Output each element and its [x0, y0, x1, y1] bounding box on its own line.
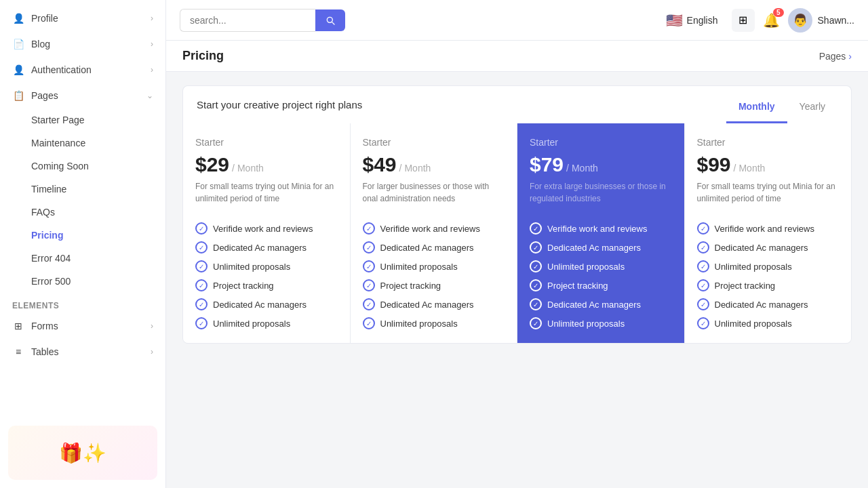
- check-icon: ✓: [195, 222, 208, 235]
- elements-header: Elements: [0, 293, 165, 313]
- price-amount: $49: [363, 153, 397, 176]
- check-icon: ✓: [697, 222, 709, 235]
- list-item: ✓ Dedicated Ac managers: [363, 298, 505, 310]
- lock-icon: 👤: [12, 64, 24, 76]
- topbar: 🇺🇸 English ⊞ 🔔 5 👨 Shawn...: [166, 0, 868, 41]
- search-button[interactable]: [315, 9, 345, 31]
- sidebar-item-authentication[interactable]: 👤 Authentication ›: [0, 57, 165, 83]
- list-item: ✓ Unlimited proposals: [195, 260, 338, 272]
- sidebar-subitem-coming-soon[interactable]: Coming Soon: [0, 155, 165, 178]
- list-item: ✓ Verifide work and reviews: [530, 222, 672, 235]
- card-price: $79 / Month: [530, 153, 672, 176]
- check-icon: ✓: [697, 260, 709, 272]
- avatar-wrapper[interactable]: 👨 Shawn...: [788, 8, 854, 33]
- list-item: ✓ Verifide work and reviews: [697, 222, 840, 235]
- sidebar-item-label: Profile: [31, 13, 58, 24]
- price-period: Month: [572, 163, 598, 174]
- language-selector[interactable]: 🇺🇸 English: [660, 9, 724, 31]
- list-item: ✓ Unlimited proposals: [530, 260, 672, 272]
- list-item: ✓ Unlimited proposals: [530, 317, 672, 329]
- breadcrumb-pages[interactable]: Pages ›: [819, 51, 852, 62]
- sidebar-item-blog[interactable]: 📄 Blog ›: [0, 31, 165, 57]
- list-item: ✓ Dedicated Ac managers: [195, 241, 338, 253]
- sidebar-bottom: 🎁✨: [0, 418, 165, 488]
- card-price: $49 / Month: [363, 153, 505, 176]
- check-icon: ✓: [363, 260, 375, 272]
- feature-list: ✓ Verifide work and reviews ✓ Dedicated …: [195, 222, 338, 329]
- list-item: ✓ Project tracking: [697, 279, 840, 291]
- search-input[interactable]: [180, 9, 315, 32]
- price-amount: $29: [195, 153, 229, 176]
- sidebar-subitem-pricing[interactable]: Pricing: [0, 224, 165, 247]
- chevron-icon: ›: [151, 347, 153, 357]
- list-item: ✓ Unlimited proposals: [363, 260, 505, 272]
- card-description: For small teams trying out Minia for an …: [195, 180, 338, 213]
- pricing-card-1: Starter $29 / Month For small teams tryi…: [183, 123, 351, 343]
- tab-yearly[interactable]: Yearly: [787, 96, 837, 123]
- user-name: Shawn...: [818, 15, 854, 26]
- feature-list: ✓ Verifide work and reviews ✓ Dedicated …: [530, 222, 672, 329]
- card-description: For extra large businesses or those in r…: [530, 180, 672, 213]
- list-item: ✓ Unlimited proposals: [697, 260, 840, 272]
- feature-list: ✓ Verifide work and reviews ✓ Dedicated …: [363, 222, 505, 329]
- list-item: ✓ Dedicated Ac managers: [697, 298, 840, 310]
- check-icon: ✓: [195, 298, 208, 310]
- chevron-icon: ›: [151, 321, 153, 331]
- sidebar-subitem-error404[interactable]: Error 404: [0, 247, 165, 270]
- list-item: ✓ Dedicated Ac managers: [530, 241, 672, 253]
- flag-icon: 🇺🇸: [666, 12, 683, 28]
- sidebar: 👤 Profile › 📄 Blog › 👤 Authentication › …: [0, 0, 166, 488]
- check-icon: ✓: [697, 279, 709, 291]
- sidebar-item-label: Authentication: [31, 64, 92, 75]
- list-item: ✓ Dedicated Ac managers: [530, 298, 672, 310]
- grid-icon[interactable]: ⊞: [732, 9, 755, 32]
- sidebar-subitem-timeline[interactable]: Timeline: [0, 178, 165, 201]
- chevron-icon: ›: [151, 65, 153, 75]
- check-icon: ✓: [195, 317, 208, 329]
- chevron-icon: ›: [151, 39, 153, 49]
- list-item: ✓ Project tracking: [363, 279, 505, 291]
- avatar: 👨: [788, 8, 812, 33]
- sidebar-item-forms[interactable]: ⊞ Forms ›: [0, 313, 165, 339]
- sidebar-item-tables[interactable]: ≡ Tables ›: [0, 339, 165, 365]
- card-description: For small teams trying out Minia for an …: [697, 180, 840, 213]
- price-amount: $99: [697, 153, 731, 176]
- search-icon: [325, 15, 336, 26]
- check-icon: ✓: [697, 241, 709, 253]
- main-area: 🇺🇸 English ⊞ 🔔 5 👨 Shawn... Pricing Page…: [166, 0, 868, 488]
- plans-description: Start your creative project right plans: [197, 99, 726, 120]
- list-item: ✓ Verifide work and reviews: [195, 222, 338, 235]
- breadcrumb-pages-label: Pages: [819, 51, 846, 62]
- pricing-cards: Starter $29 / Month For small teams tryi…: [182, 123, 852, 344]
- list-item: ✓ Dedicated Ac managers: [697, 241, 840, 253]
- chevron-icon: ›: [151, 14, 153, 23]
- check-icon: ✓: [363, 241, 375, 253]
- check-icon: ✓: [363, 222, 375, 235]
- content-area: Start your creative project right plans …: [166, 72, 868, 488]
- sidebar-item-pages[interactable]: 📋 Pages ⌄: [0, 83, 165, 108]
- language-label: English: [687, 15, 718, 26]
- check-icon: ✓: [530, 298, 542, 310]
- page-icon: 📋: [12, 89, 24, 102]
- sidebar-subitem-maintenance[interactable]: Maintenance: [0, 131, 165, 155]
- sidebar-subitem-error500[interactable]: Error 500: [0, 270, 165, 293]
- list-item: ✓ Unlimited proposals: [195, 317, 338, 329]
- card-plan-label: Starter: [530, 137, 672, 148]
- check-icon: ✓: [195, 279, 208, 291]
- check-icon: ✓: [530, 279, 542, 291]
- price-period: Month: [237, 163, 264, 174]
- card-description: For larger businesses or those with onal…: [363, 180, 505, 213]
- tab-monthly[interactable]: Monthly: [726, 96, 787, 123]
- sidebar-item-label: Blog: [31, 39, 50, 49]
- sidebar-subitem-starter-page[interactable]: Starter Page: [0, 108, 165, 131]
- pricing-card-2: Starter $49 / Month For larger businesse…: [351, 123, 518, 343]
- check-icon: ✓: [697, 298, 709, 310]
- notification-badge: 5: [773, 8, 784, 17]
- list-item: ✓ Dedicated Ac managers: [195, 298, 338, 310]
- sidebar-subitem-faqs[interactable]: FAQs: [0, 201, 165, 224]
- pricing-card-3: Starter $79 / Month For extra large busi…: [517, 123, 685, 343]
- pricing-card-4: Starter $99 / Month For small teams tryi…: [685, 123, 852, 343]
- bell-wrapper[interactable]: 🔔 5: [763, 12, 780, 28]
- sidebar-item-profile[interactable]: 👤 Profile ›: [0, 5, 165, 31]
- price-period: Month: [738, 163, 765, 174]
